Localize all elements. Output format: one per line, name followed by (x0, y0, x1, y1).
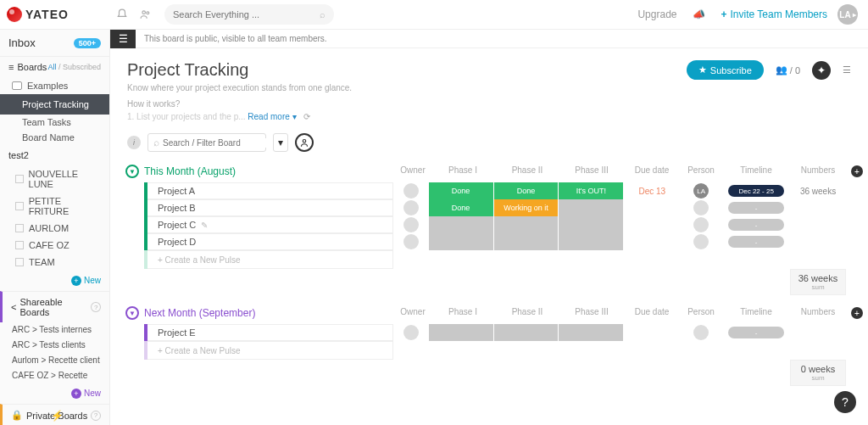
col-due[interactable]: Due date (624, 165, 680, 177)
pulse-name[interactable]: Project E (147, 324, 393, 341)
table-row[interactable]: Project D - (144, 233, 868, 250)
status-cell[interactable] (559, 324, 623, 341)
inbox-link[interactable]: Inbox 500+ (0, 30, 109, 56)
create-pulse-row[interactable]: + Create a New Pulse (144, 250, 868, 269)
lightning-icon[interactable]: ⚡ (51, 410, 64, 422)
col-owner[interactable]: Owner (395, 307, 431, 319)
sidebar-item-board-name[interactable]: Board Name (0, 130, 109, 145)
table-row[interactable]: Project A Done Done It's OUT! Dec 13 LA … (144, 182, 868, 199)
filter-dropdown[interactable]: ▾ (273, 133, 288, 152)
person-avatar[interactable] (693, 325, 709, 340)
numbers-cell[interactable]: 36 weeks (790, 187, 846, 196)
filter-board[interactable]: ⌕ (147, 133, 266, 152)
new-board-button[interactable]: +New (0, 271, 109, 291)
shareable-item-2[interactable]: Aurlom > Recette client (0, 353, 109, 368)
group-title[interactable]: This Month (August) (144, 165, 236, 177)
logo[interactable]: YATEO (0, 7, 110, 22)
status-cell[interactable]: Done (494, 182, 559, 199)
person-avatar[interactable] (693, 217, 709, 232)
col-due[interactable]: Due date (624, 307, 680, 319)
read-more-link[interactable]: Read more (248, 112, 289, 121)
sidebar-item-cafe-oz[interactable]: CAFE OZ (0, 237, 109, 254)
megaphone-icon[interactable]: 📣 (687, 3, 710, 26)
person-avatar[interactable] (693, 200, 709, 215)
status-cell[interactable] (494, 324, 559, 341)
col-phase1[interactable]: Phase I (431, 307, 495, 319)
col-owner[interactable]: Owner (395, 165, 431, 177)
subscribe-button[interactable]: ★ Subscribe (687, 60, 764, 80)
status-cell[interactable]: Done (429, 182, 493, 199)
bell-icon[interactable] (110, 3, 134, 26)
examples-folder[interactable]: Examples (0, 77, 109, 94)
avatar[interactable]: LA▸ (837, 4, 858, 25)
status-cell[interactable] (494, 216, 559, 233)
upgrade-link[interactable]: Upgrade (637, 8, 676, 20)
col-numbers[interactable]: Numbers (790, 307, 846, 319)
owner-avatar[interactable] (403, 325, 419, 340)
col-phase2[interactable]: Phase II (495, 307, 559, 319)
hamburger-button[interactable]: ☰ (110, 30, 136, 48)
status-cell[interactable] (429, 216, 493, 233)
new-shareable-button[interactable]: +New (0, 383, 109, 404)
status-cell[interactable] (429, 324, 493, 341)
col-phase1[interactable]: Phase I (431, 165, 495, 177)
status-cell[interactable] (559, 199, 623, 216)
col-person[interactable]: Person (680, 165, 722, 177)
pulse-name[interactable]: Project C✎ (147, 216, 393, 233)
create-pulse-label[interactable]: + Create a New Pulse (147, 341, 393, 360)
person-filter[interactable] (295, 133, 314, 152)
pulse-name[interactable]: Project A (147, 182, 393, 199)
invite-link[interactable]: + Invite Team Members (721, 8, 827, 20)
group-title[interactable]: Next Month (September) (144, 307, 255, 319)
person-avatar[interactable] (693, 234, 709, 249)
timeline-pill[interactable]: - (728, 202, 784, 214)
status-cell[interactable] (559, 216, 623, 233)
global-search[interactable]: ⌕ (164, 4, 334, 25)
info-toggle[interactable]: i (127, 136, 141, 149)
how-works-link[interactable]: How it works? (110, 99, 868, 112)
filter-subscribed[interactable]: Subscribed (63, 63, 101, 71)
timeline-pill[interactable]: - (728, 327, 784, 338)
people-icon[interactable] (134, 3, 158, 26)
sidebar-item-aurlom[interactable]: AURLOM (0, 220, 109, 237)
timeline-pill[interactable]: Dec 22 - 25 (728, 185, 784, 197)
shareable-item-1[interactable]: ARC > Tests clients (0, 338, 109, 353)
status-cell[interactable] (429, 233, 493, 250)
filter-all[interactable]: All (47, 63, 56, 71)
add-button[interactable]: ✦ (812, 61, 831, 80)
create-pulse-row[interactable]: + Create a New Pulse (144, 341, 868, 360)
info-icon[interactable]: ? (91, 302, 101, 312)
shareable-item-3[interactable]: CAFE OZ > Recette (0, 368, 109, 383)
sidebar-item-team[interactable]: TEAM (0, 254, 109, 271)
table-row[interactable]: Project C✎ - (144, 216, 868, 233)
col-timeline[interactable]: Timeline (722, 307, 790, 319)
col-phase3[interactable]: Phase III (559, 307, 624, 319)
help-fab[interactable]: ? (834, 391, 856, 413)
create-pulse-label[interactable]: + Create a New Pulse (147, 250, 393, 269)
table-row[interactable]: Project E - (144, 324, 868, 341)
members-indicator[interactable]: 👥 / 0 (776, 64, 800, 75)
col-person[interactable]: Person (680, 307, 722, 319)
status-cell[interactable] (559, 233, 623, 250)
timeline-pill[interactable]: - (728, 236, 784, 248)
owner-avatar[interactable] (403, 183, 419, 199)
owner-avatar[interactable] (403, 234, 419, 249)
person-avatar[interactable]: LA (693, 183, 709, 199)
filter-input[interactable] (163, 138, 270, 148)
pulse-name[interactable]: Project D (147, 233, 393, 250)
sidebar-item-team-tasks[interactable]: Team Tasks (0, 115, 109, 130)
sidebar-item-project-tracking[interactable]: Project Tracking (0, 94, 109, 115)
col-phase2[interactable]: Phase II (495, 165, 559, 177)
info-icon[interactable]: ? (91, 411, 101, 421)
owner-avatar[interactable] (403, 217, 419, 232)
search-input[interactable] (173, 9, 320, 20)
owner-avatar[interactable] (403, 200, 419, 215)
status-cell[interactable]: It's OUT! (559, 182, 623, 199)
status-cell[interactable]: Done (429, 199, 493, 216)
col-numbers[interactable]: Numbers (790, 165, 846, 177)
sidebar-item-petite-friture[interactable]: PETITE FRITURE (0, 193, 109, 220)
add-column-button[interactable]: + (851, 165, 863, 177)
collapse-toggle[interactable]: ▼ (125, 165, 139, 178)
collapse-toggle[interactable]: ▼ (125, 306, 139, 320)
status-cell[interactable] (494, 233, 559, 250)
